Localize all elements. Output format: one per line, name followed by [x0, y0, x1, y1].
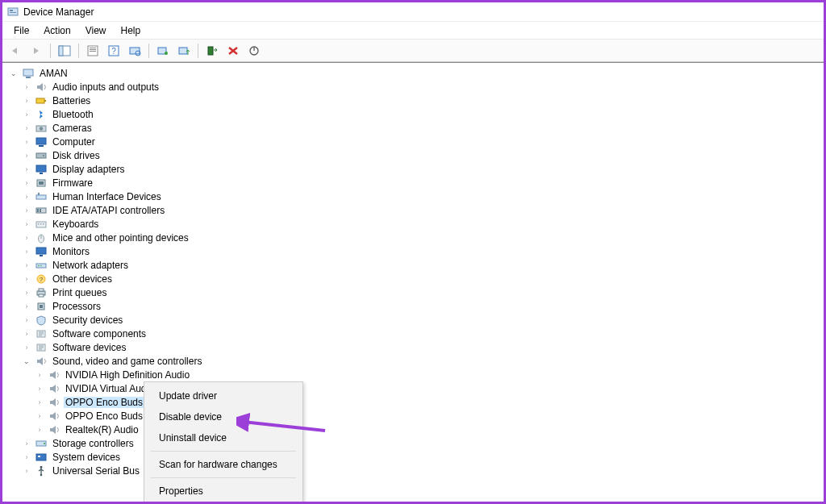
expander-spacer: ›	[22, 137, 31, 147]
svg-rect-29	[40, 173, 43, 174]
tree-node-label: Monitors	[51, 246, 91, 257]
device-manager-window: Device Manager File Action View Help ? ⌄…	[2, 2, 824, 502]
expander-spacer: ›	[22, 315, 31, 325]
expander-spacer: ›	[22, 452, 31, 462]
sound-icon	[35, 356, 48, 367]
svg-rect-36	[40, 209, 41, 212]
tree-node-label: Cameras	[51, 123, 94, 134]
printer-icon	[35, 287, 48, 298]
tree-node-cameras[interactable]: ›Cameras	[7, 121, 819, 135]
tree-node-audio-inputs-and-outputs[interactable]: ›Audio inputs and outputs	[7, 80, 819, 94]
expander-spacer: ›	[22, 110, 31, 119]
sound-icon	[48, 410, 60, 422]
svg-rect-32	[36, 195, 46, 199]
svg-rect-0	[8, 8, 18, 15]
expander-spacer: ›	[22, 96, 31, 106]
tree-node-universal-serial-bus[interactable]: ›Universal Serial Bus	[7, 464, 819, 477]
toolbar-separator	[198, 44, 198, 58]
uninstall-device-button[interactable]	[223, 42, 243, 60]
display-icon	[35, 164, 48, 175]
tree-node-ide-ata-atapi-controllers[interactable]: ›IDE ATA/ATAPI controllers	[7, 203, 819, 217]
expander-spacer: ›	[35, 411, 44, 421]
tree-node-system-devices[interactable]: ›System devices	[7, 450, 819, 464]
tree-node-label: Bluetooth	[51, 109, 95, 120]
tree-node-oppo-enco-buds[interactable]: ›OPPO Enco Buds	[7, 395, 819, 409]
tree-node-oppo-enco-buds[interactable]: ›OPPO Enco Buds	[7, 409, 819, 423]
expander-spacer: ›	[22, 274, 31, 284]
tree-node-label: Universal Serial Bus	[51, 465, 141, 477]
tree-node-security-devices[interactable]: ›Security devices	[7, 313, 819, 327]
tree-node-keyboards[interactable]: ›Keyboards	[7, 217, 819, 231]
tree-node-network-adapters[interactable]: ›Network adapters	[7, 258, 819, 272]
sound-icon	[48, 383, 60, 394]
tree-node-nvidia-high-definition-audio[interactable]: ›NVIDIA High Definition Audio	[7, 368, 819, 381]
tree-node-display-adapters[interactable]: ›Display adapters	[7, 162, 819, 176]
collapse-icon[interactable]: ⌄	[9, 69, 19, 78]
forward-button[interactable]	[27, 42, 46, 60]
tree-node-monitors[interactable]: ›Monitors	[7, 244, 819, 258]
expander-spacer: ›	[22, 219, 31, 229]
svg-point-14	[165, 52, 168, 55]
menu-action[interactable]: Action	[37, 23, 77, 38]
help-button[interactable]: ?	[104, 42, 123, 60]
context-menu-uninstall-device[interactable]: Uninstall device	[144, 427, 302, 448]
svg-rect-25	[39, 145, 44, 147]
menu-file[interactable]: File	[7, 23, 35, 38]
collapse-icon[interactable]: ⌄	[22, 356, 31, 366]
back-button[interactable]	[6, 42, 25, 60]
context-menu: Update driverDisable deviceUninstall dev…	[144, 381, 303, 504]
tree-node-label: Computer	[51, 136, 97, 148]
tree-node-mice-and-other-pointing-devices[interactable]: ›Mice and other pointing devices	[7, 231, 819, 244]
tree-node-batteries[interactable]: ›Batteries	[7, 94, 819, 107]
context-menu-scan-for-hardware-changes[interactable]: Scan for hardware changes	[144, 454, 302, 475]
tree-node-bluetooth[interactable]: ›Bluetooth	[7, 107, 819, 121]
svg-rect-51	[39, 289, 44, 291]
toolbar: ?	[2, 40, 824, 62]
sound-icon	[48, 369, 60, 381]
svg-rect-31	[39, 181, 44, 185]
tree-node-print-queues[interactable]: ›Print queues	[7, 285, 819, 299]
svg-point-61	[40, 473, 43, 476]
context-menu-update-driver[interactable]: Update driver	[144, 385, 302, 406]
tree-node-label: IDE ATA/ATAPI controllers	[51, 205, 166, 216]
tree-node-label: Software devices	[51, 342, 127, 353]
tree-node-human-interface-devices[interactable]: ›Human Interface Devices	[7, 190, 819, 203]
tree-node-label: Realtek(R) Audio	[64, 424, 140, 435]
disable-device-button[interactable]	[244, 42, 264, 60]
menu-help[interactable]: Help	[115, 23, 148, 38]
properties-button[interactable]	[83, 42, 102, 60]
tree-node-sound-video-and-game-controllers[interactable]: ⌄Sound, video and game controllers	[7, 354, 819, 368]
tree-node-aman[interactable]: ⌄AMAN	[7, 66, 819, 80]
tree-node-nvidia-virtual-audio-device-wave-extensible-wdm[interactable]: ›NVIDIA Virtual Audio Device (Wave Exten…	[7, 381, 819, 395]
enable-device-button[interactable]	[202, 42, 222, 60]
expander-spacer: ›	[22, 260, 31, 270]
show-hide-tree-button[interactable]	[55, 42, 74, 60]
tree-node-other-devices[interactable]: ›?Other devices	[7, 272, 819, 285]
context-menu-properties[interactable]: Properties	[144, 481, 302, 502]
svg-rect-18	[23, 69, 33, 76]
expander-spacer: ›	[22, 466, 31, 476]
scan-hardware-button[interactable]	[125, 42, 144, 60]
svg-rect-24	[36, 138, 46, 144]
expander-spacer: ›	[22, 302, 31, 311]
update-driver-button[interactable]	[153, 42, 173, 60]
tree-node-processors[interactable]: ›Processors	[7, 299, 819, 313]
tree-node-disk-drives[interactable]: ›Disk drives	[7, 148, 819, 162]
network-icon	[35, 260, 48, 271]
tree-node-realtek-r-audio[interactable]: ›Realtek(R) Audio	[7, 423, 819, 436]
tree-node-software-devices[interactable]: ›Software devices	[7, 340, 819, 354]
tree-node-computer[interactable]: ›Computer	[7, 135, 819, 148]
expander-spacer: ›	[35, 370, 44, 380]
tree-node-storage-controllers[interactable]: ›Storage controllers	[7, 436, 819, 450]
tree-node-software-components[interactable]: ›Software components	[7, 327, 819, 340]
tree-node-firmware[interactable]: ›Firmware	[7, 176, 819, 190]
add-legacy-button[interactable]	[174, 42, 194, 60]
svg-rect-19	[26, 77, 31, 78]
menu-view[interactable]: View	[79, 23, 113, 38]
tree-node-label: OPPO Enco Buds	[64, 410, 144, 422]
svg-rect-26	[36, 153, 46, 158]
device-tree[interactable]: ⌄AMAN›Audio inputs and outputs›Batteries…	[2, 62, 824, 502]
expander-spacer: ›	[22, 165, 31, 174]
camera-icon	[35, 123, 48, 134]
context-menu-disable-device[interactable]: Disable device	[144, 406, 302, 427]
